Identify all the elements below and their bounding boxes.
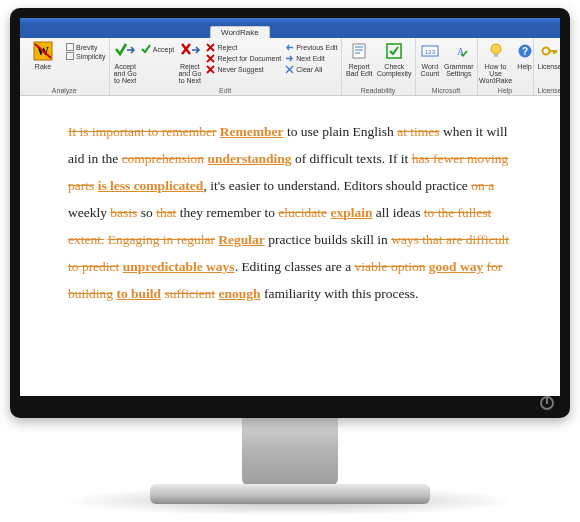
- monitor-stand-base: [150, 484, 430, 504]
- svg-text:?: ?: [522, 46, 528, 57]
- plain-text: so: [137, 205, 156, 220]
- never-icon: [206, 64, 216, 74]
- check-complexity-button[interactable]: Check Complexity: [377, 40, 412, 77]
- deleted-text: viable option: [355, 259, 426, 274]
- license-button[interactable]: License: [537, 40, 560, 70]
- plain-text: familiarity with this process.: [261, 286, 419, 301]
- next-edit-button[interactable]: Next Edit: [284, 53, 337, 63]
- inserted-text: good way: [429, 259, 483, 274]
- reject-doc-button[interactable]: Reject for Document: [206, 53, 282, 63]
- accept-next-icon: [114, 40, 136, 62]
- report-icon: [348, 40, 370, 62]
- svg-point-14: [542, 48, 549, 55]
- group-help: How to Use WordRake ? Help Help: [478, 38, 534, 95]
- svg-point-10: [491, 44, 501, 54]
- inserted-text: explain: [330, 205, 372, 220]
- never-label: Never Suggest: [218, 66, 264, 73]
- help-icon: ?: [514, 40, 536, 62]
- reject-label: Reject: [218, 44, 238, 51]
- clear-icon: [284, 64, 294, 74]
- document-body[interactable]: It is important to remember Remember to …: [20, 96, 560, 317]
- inserted-text: enough: [219, 286, 261, 301]
- tab-wordrake[interactable]: WordRake: [210, 26, 270, 38]
- plain-text: practice builds skill in: [265, 232, 391, 247]
- never-suggest-button[interactable]: Never Suggest: [206, 64, 282, 74]
- simplicity-label: Simplicity: [76, 53, 106, 60]
- svg-rect-2: [353, 44, 365, 58]
- inserted-text: to build: [116, 286, 161, 301]
- group-label: Analyze: [23, 87, 106, 95]
- group-label: Help: [481, 87, 530, 95]
- reject-icon: [206, 42, 216, 52]
- accept-next-button[interactable]: Accept and Go to Next: [113, 40, 138, 84]
- howto-label: How to Use WordRake: [479, 63, 512, 84]
- rake-label: Rake: [35, 63, 51, 70]
- key-icon: [539, 40, 560, 62]
- deleted-text: on a: [471, 178, 494, 193]
- group-label: Edit: [113, 87, 338, 95]
- simplicity-checkbox[interactable]: Simplicity: [66, 52, 106, 60]
- plain-text: they remember to: [176, 205, 278, 220]
- reject-next-icon: [179, 40, 201, 62]
- help-label: Help: [517, 63, 531, 70]
- prev-label: Previous Edit: [296, 44, 337, 51]
- deleted-text: at times: [397, 124, 439, 139]
- license-label: License: [537, 63, 560, 70]
- inserted-text: Remember: [220, 124, 284, 139]
- inserted-text: is less complicated: [98, 178, 204, 193]
- lightbulb-icon: [485, 40, 507, 62]
- group-analyze: W Rake Brevity Simplicity Analyze: [20, 38, 110, 95]
- monitor-bezel: WordRake W Rake Brevity Simp: [10, 8, 570, 418]
- report-bad-edit-button[interactable]: Report Bad Edit: [345, 40, 374, 77]
- deleted-text: that: [156, 205, 176, 220]
- deleted-text: elucidate: [278, 205, 327, 220]
- group-microsoft: 123 Word Count A Grammar Settings Micros…: [416, 38, 478, 95]
- monitor-stand-neck: [242, 418, 338, 488]
- deleted-text: sufficient: [164, 286, 215, 301]
- reject-next-label: Reject and Go to Next: [177, 63, 202, 84]
- next-label: Next Edit: [296, 55, 324, 62]
- group-license: License License: [534, 38, 560, 95]
- plain-text: all ideas: [372, 205, 423, 220]
- previous-edit-button[interactable]: Previous Edit: [284, 42, 337, 52]
- reject-button[interactable]: Reject: [206, 42, 282, 52]
- clear-label: Clear All: [296, 66, 322, 73]
- inserted-text: unpredictable ways: [123, 259, 235, 274]
- group-readability: Report Bad Edit Check Complexity Readabi…: [342, 38, 416, 95]
- grammar-label: Grammar Settings: [444, 63, 474, 77]
- reject-next-button[interactable]: Reject and Go to Next: [177, 40, 202, 84]
- grammar-settings-button[interactable]: A Grammar Settings: [444, 40, 474, 77]
- checkbox-icon: [66, 52, 74, 60]
- group-label: Readability: [345, 87, 412, 95]
- clear-all-button[interactable]: Clear All: [284, 64, 337, 74]
- deleted-text: comprehension: [122, 151, 204, 166]
- brevity-label: Brevity: [76, 44, 97, 51]
- word-count-button[interactable]: 123 Word Count: [419, 40, 441, 77]
- word-count-icon: 123: [419, 40, 441, 62]
- report-label: Report Bad Edit: [345, 63, 374, 77]
- plain-text: weekly: [68, 205, 110, 220]
- reject-doc-label: Reject for Document: [218, 55, 282, 62]
- group-label: Microsoft: [419, 87, 474, 95]
- plain-text: . Editing classes are a: [235, 259, 355, 274]
- rake-button[interactable]: W Rake: [23, 40, 63, 70]
- rake-icon: W: [32, 40, 54, 62]
- help-button[interactable]: ? Help: [514, 40, 536, 70]
- accept-next-label: Accept and Go to Next: [113, 63, 138, 84]
- accept-button[interactable]: Accept: [141, 44, 174, 54]
- plain-text: of difficult texts. If it: [295, 151, 412, 166]
- word-count-label: Word Count: [419, 63, 441, 77]
- how-to-use-button[interactable]: How to Use WordRake: [481, 40, 511, 84]
- monitor-mockup: WordRake W Rake Brevity Simp: [0, 0, 580, 522]
- plain-text: , it's easier to understand. Editors sho…: [203, 178, 471, 193]
- brevity-checkbox[interactable]: Brevity: [66, 43, 106, 51]
- reject-doc-icon: [206, 53, 216, 63]
- svg-text:123: 123: [425, 49, 436, 55]
- plain-text: to use plain English: [287, 124, 397, 139]
- screen: WordRake W Rake Brevity Simp: [20, 18, 560, 396]
- deleted-text: It is important to remember: [68, 124, 216, 139]
- complexity-icon: [383, 40, 405, 62]
- group-label: License: [537, 87, 560, 95]
- accept-icon: [141, 44, 151, 54]
- deleted-text: basis: [110, 205, 137, 220]
